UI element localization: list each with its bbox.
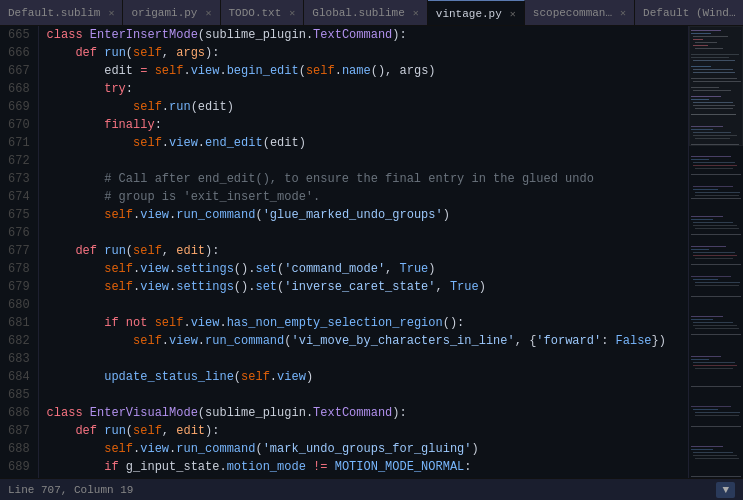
svg-rect-23: [691, 114, 736, 115]
code-line-670: finally:: [47, 116, 688, 134]
svg-rect-30: [691, 156, 731, 157]
code-line-673: # Call after end_edit(), to ensure the f…: [47, 170, 688, 188]
svg-rect-28: [695, 138, 730, 139]
code-line-685: [47, 386, 688, 404]
svg-rect-74: [691, 426, 741, 427]
scroll-button[interactable]: ▼: [716, 482, 735, 498]
tab-close-icon[interactable]: ✕: [620, 7, 626, 19]
svg-rect-54: [693, 279, 718, 280]
svg-rect-75: [691, 446, 723, 447]
svg-rect-32: [693, 162, 735, 163]
tab-origami[interactable]: origami.py ✕: [123, 0, 220, 26]
tab-close-icon[interactable]: ✕: [413, 7, 419, 19]
svg-rect-5: [695, 42, 717, 43]
tab-default-wind[interactable]: Default (Wind… ✕: [635, 0, 743, 26]
svg-rect-14: [691, 78, 737, 79]
svg-rect-4: [693, 39, 703, 40]
tab-bar: Default.sublim ✕ origami.py ✕ TODO.txt ✕…: [0, 0, 743, 26]
code-line-686: class EnterVisualMode(sublime_plugin.Tex…: [47, 404, 688, 422]
code-line-665: class EnterInsertMode(sublime_plugin.Tex…: [47, 26, 688, 44]
code-line-680: [47, 296, 688, 314]
code-line-677: def run(self, edit):: [47, 242, 688, 260]
svg-rect-78: [693, 455, 737, 456]
svg-rect-64: [691, 356, 721, 357]
tab-label: Default (Wind…: [643, 7, 735, 19]
svg-rect-2: [691, 33, 711, 34]
svg-rect-31: [691, 159, 709, 160]
svg-rect-3: [693, 36, 728, 37]
tab-global-sublime[interactable]: Global.sublime ✕: [304, 0, 427, 26]
code-line-674: # group is 'exit_insert_mode'.: [47, 188, 688, 206]
svg-rect-16: [691, 87, 719, 88]
code-lines[interactable]: class EnterInsertMode(sublime_plugin.Tex…: [39, 26, 688, 478]
tab-close-icon[interactable]: ✕: [289, 7, 295, 19]
tab-label: Global.sublime: [312, 7, 404, 19]
code-line-689: if g_input_state.motion_mode != MOTION_M…: [47, 458, 688, 476]
svg-rect-69: [691, 386, 741, 387]
code-line-669: self.run(edit): [47, 98, 688, 116]
svg-rect-46: [691, 234, 741, 235]
svg-rect-47: [691, 246, 726, 247]
svg-rect-65: [691, 359, 709, 360]
code-line-676: [47, 224, 688, 242]
svg-rect-27: [693, 135, 737, 136]
tab-scopecomman[interactable]: scopecomman… ✕: [525, 0, 635, 26]
svg-rect-38: [695, 192, 740, 193]
tab-close-icon[interactable]: ✕: [205, 7, 211, 19]
svg-rect-67: [693, 365, 737, 366]
tab-label: Default.sublim: [8, 7, 100, 19]
svg-rect-77: [693, 452, 733, 453]
code-line-684: update_status_line(self.view): [47, 368, 688, 386]
code-line-667: edit = self.view.begin_edit(self.name(),…: [47, 62, 688, 80]
svg-rect-33: [693, 165, 737, 166]
svg-rect-6: [693, 45, 708, 46]
code-line-681: if not self.view.has_non_empty_selection…: [47, 314, 688, 332]
tab-todo[interactable]: TODO.txt ✕: [221, 0, 305, 26]
svg-rect-73: [695, 415, 739, 416]
tab-close-icon[interactable]: ✕: [510, 8, 516, 20]
code-line-682: self.view.run_command('vi_move_by_charac…: [47, 332, 688, 350]
minimap-svg: [689, 26, 743, 478]
svg-rect-48: [691, 249, 709, 250]
code-area[interactable]: 665 666 667 668 669 670 671 672 673 674 …: [0, 26, 688, 478]
svg-rect-29: [691, 144, 739, 145]
tab-default-sublime[interactable]: Default.sublim ✕: [0, 0, 123, 26]
svg-rect-13: [693, 72, 735, 73]
svg-rect-59: [691, 319, 713, 320]
svg-rect-58: [691, 316, 723, 317]
svg-rect-45: [695, 228, 739, 229]
code-line-666: def run(self, args):: [47, 44, 688, 62]
code-line-679: self.view.settings().set('inverse_caret_…: [47, 278, 688, 296]
svg-rect-68: [695, 368, 733, 369]
svg-rect-50: [693, 255, 737, 256]
svg-rect-61: [693, 325, 737, 326]
code-line-675: self.view.run_command('glue_marked_undo_…: [47, 206, 688, 224]
svg-rect-42: [691, 219, 713, 220]
tab-vintage-py[interactable]: vintage.py ✕: [428, 0, 525, 26]
status-text: Line 707, Column 19: [8, 484, 133, 496]
svg-rect-35: [691, 174, 741, 175]
svg-rect-8: [691, 54, 739, 55]
svg-rect-34: [695, 168, 733, 169]
svg-rect-10: [693, 60, 735, 61]
code-line-668: try:: [47, 80, 688, 98]
svg-rect-7: [695, 48, 723, 49]
svg-rect-9: [691, 57, 729, 58]
svg-rect-72: [695, 412, 740, 413]
tab-close-icon[interactable]: ✕: [108, 7, 114, 19]
main-area: 665 666 667 668 669 670 671 672 673 674 …: [0, 26, 743, 478]
minimap[interactable]: [688, 26, 743, 478]
status-bar: Line 707, Column 19 ▼: [0, 478, 743, 500]
code-scroll[interactable]: 665 666 667 668 669 670 671 672 673 674 …: [0, 26, 688, 478]
svg-rect-79: [695, 458, 739, 459]
svg-rect-37: [693, 189, 718, 190]
svg-rect-19: [691, 99, 709, 100]
line-numbers: 665 666 667 668 669 670 671 672 673 674 …: [0, 26, 39, 478]
tab-label: vintage.py: [436, 8, 502, 20]
svg-rect-41: [691, 216, 723, 217]
svg-rect-18: [691, 96, 721, 97]
svg-rect-52: [691, 264, 741, 265]
code-line-687: def run(self, edit):: [47, 422, 688, 440]
svg-rect-43: [693, 222, 733, 223]
tab-label: origami.py: [131, 7, 197, 19]
